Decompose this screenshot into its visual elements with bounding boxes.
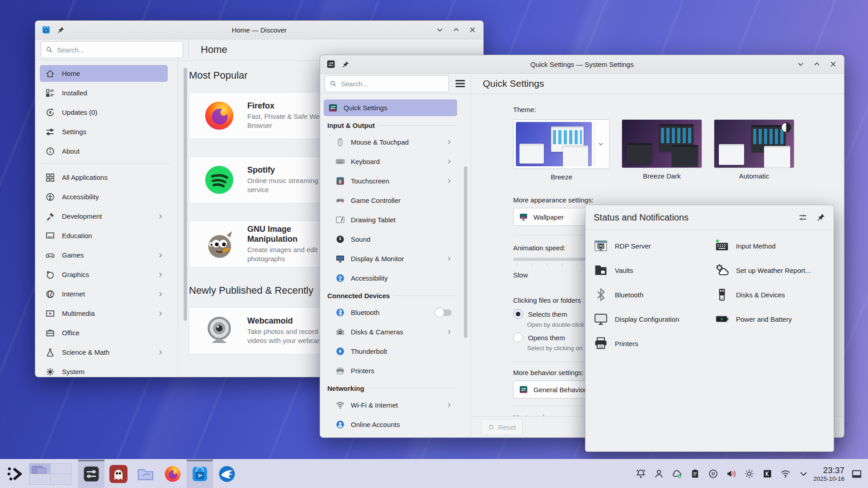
theme-option-breeze[interactable]: Breeze: [513, 119, 610, 181]
printer-icon: [594, 336, 608, 351]
sidebar-item-disks-cameras[interactable]: Disks & Cameras: [324, 324, 457, 340]
tray-item-disks-devices[interactable]: Disks & Devices: [712, 282, 826, 307]
digital-clock[interactable]: 23:37 2025-10-16: [813, 465, 844, 482]
task-system-settings[interactable]: [78, 460, 104, 488]
gamepad-icon: [45, 250, 55, 260]
tray-item-label: Power and Battery: [736, 315, 792, 323]
scrollbar[interactable]: [184, 68, 187, 321]
sidebar-item-label: Accessibility: [351, 274, 388, 282]
sidebar-item-office[interactable]: Office: [40, 324, 168, 341]
minimize-button[interactable]: [796, 60, 805, 69]
bluetooth-toggle[interactable]: [435, 310, 452, 316]
sidebar-item-mouse-touchpad[interactable]: Mouse & Touchpad: [324, 134, 457, 150]
hamburger-menu-icon[interactable]: [453, 77, 467, 90]
clipboard-icon[interactable]: [690, 469, 700, 479]
sidebar-item-system[interactable]: System: [40, 363, 168, 377]
vaults-icon: [594, 263, 608, 277]
close-button[interactable]: [829, 60, 838, 69]
sidebar-item-settings[interactable]: Settings: [40, 123, 168, 140]
maximize-button[interactable]: [452, 25, 461, 34]
tray-item-power-battery[interactable]: Power and Battery: [712, 307, 826, 331]
radio-selects-them[interactable]: Selects them: [513, 309, 567, 319]
sidebar-item-development[interactable]: Development: [40, 208, 168, 225]
sidebar-item-graphics[interactable]: Graphics: [40, 266, 168, 283]
user-icon[interactable]: [654, 469, 664, 479]
settings-titlebar[interactable]: Quick Settings — System Settings: [320, 55, 844, 74]
sidebar-item-keyboard[interactable]: Keyboard: [324, 153, 457, 170]
theme-thumbnail-breeze-dark[interactable]: [622, 119, 702, 168]
sidebar-item-drawing-tablet[interactable]: Drawing Tablet: [324, 211, 457, 228]
configure-icon[interactable]: [798, 213, 807, 222]
app-launcher-icon[interactable]: [6, 465, 24, 483]
discover-titlebar[interactable]: Home — Discover: [35, 21, 483, 39]
tray-item-input-method[interactable]: Input Method: [712, 234, 826, 258]
sidebar-item-internet[interactable]: Internet: [40, 286, 168, 302]
tray-item-rdp-server[interactable]: RDP Server: [591, 234, 712, 258]
pager-desktop-2[interactable]: [51, 464, 71, 474]
sidebar-item-accessibility[interactable]: Accessibility: [40, 188, 168, 205]
sidebar-item-education[interactable]: Education: [40, 227, 168, 244]
task-firefox[interactable]: [160, 460, 186, 488]
sidebar-item-games[interactable]: Games: [40, 247, 168, 263]
tray-item-display-configuration[interactable]: Display Configuration: [591, 307, 712, 331]
sidebar-item-display-monitor[interactable]: Display & Monitor: [324, 250, 457, 267]
radio-button-checked[interactable]: [513, 309, 523, 319]
sidebar-item-multimedia[interactable]: Multimedia: [40, 305, 168, 322]
theme-option-breeze-dark[interactable]: Breeze Dark: [622, 119, 702, 180]
sidebar-item-sound[interactable]: Sound: [324, 231, 457, 248]
sidebar-item-home[interactable]: Home: [40, 65, 168, 82]
volume-icon[interactable]: [726, 469, 736, 479]
tray-item-vaults[interactable]: Vaults: [591, 258, 712, 282]
sidebar-item-about[interactable]: About: [40, 143, 168, 160]
pager-desktop-3[interactable]: [29, 474, 50, 484]
task-dolphin[interactable]: [132, 460, 159, 488]
virtual-desktop-pager[interactable]: [29, 463, 71, 485]
keyboard-layout-icon[interactable]: [762, 469, 773, 479]
wifi-icon[interactable]: [780, 469, 791, 479]
sidebar-item-touchscreen[interactable]: Touchscreen: [324, 173, 457, 189]
maximize-button[interactable]: [812, 60, 821, 69]
wifi-icon: [335, 400, 345, 410]
media-pause-icon[interactable]: [708, 469, 718, 479]
task-ghostwriter[interactable]: [105, 460, 132, 488]
sidebar-item-online-accounts[interactable]: Online Accounts: [324, 416, 457, 433]
sidebar-item-wifi-internet[interactable]: Wi-Fi & Internet: [324, 397, 457, 413]
sidebar-item-accessibility[interactable]: Accessibility: [324, 270, 457, 286]
pager-desktop-1[interactable]: [29, 464, 50, 474]
settings-search-input[interactable]: Search...: [325, 75, 449, 92]
tray-item-weather[interactable]: Set up Weather Report...: [712, 258, 826, 282]
theme-thumbnail-breeze[interactable]: [516, 122, 592, 166]
sidebar-item-science-math[interactable]: Science & Math: [40, 344, 168, 361]
show-desktop-icon[interactable]: [851, 468, 863, 480]
pin-icon[interactable]: [342, 61, 349, 68]
minimize-button[interactable]: [435, 25, 444, 34]
sidebar-item-game-controller[interactable]: Game Controller: [324, 192, 457, 209]
tray-item-bluetooth[interactable]: Bluetooth: [591, 282, 712, 307]
notifications-icon[interactable]: [636, 469, 646, 479]
sidebar-item-thunderbolt[interactable]: Thunderbolt: [324, 343, 457, 360]
discover-search-input[interactable]: Search...: [41, 41, 183, 58]
theme-dropdown-button[interactable]: [594, 122, 607, 166]
reset-button[interactable]: Reset: [481, 419, 523, 435]
brightness-icon[interactable]: [744, 469, 755, 479]
cloud-sync-icon[interactable]: [672, 469, 682, 479]
task-falkon[interactable]: [214, 460, 240, 488]
sidebar-item-quick-settings[interactable]: Quick Settings: [324, 99, 457, 116]
sidebar-item-updates[interactable]: Updates (0): [40, 104, 168, 121]
sidebar-item-installed[interactable]: Installed: [40, 84, 168, 101]
sidebar-item-printers[interactable]: Printers: [324, 362, 457, 379]
scrollbar[interactable]: [464, 166, 467, 338]
sidebar-item-bluetooth[interactable]: Bluetooth: [324, 304, 457, 321]
radio-button-unchecked[interactable]: [513, 333, 523, 343]
task-discover[interactable]: [187, 460, 213, 488]
tray-item-printers[interactable]: Printers: [591, 331, 712, 356]
pin-icon[interactable]: [816, 213, 826, 222]
theme-option-automatic[interactable]: Automatic: [714, 119, 794, 180]
sidebar-item-all-applications[interactable]: All Applications: [40, 169, 168, 186]
pager-desktop-4[interactable]: [51, 474, 71, 484]
close-button[interactable]: [468, 25, 477, 34]
radio-opens-them[interactable]: Opens them: [513, 333, 565, 343]
tray-expander-icon[interactable]: [798, 469, 809, 479]
theme-thumbnail-automatic[interactable]: [714, 119, 794, 168]
pin-icon[interactable]: [57, 26, 65, 34]
